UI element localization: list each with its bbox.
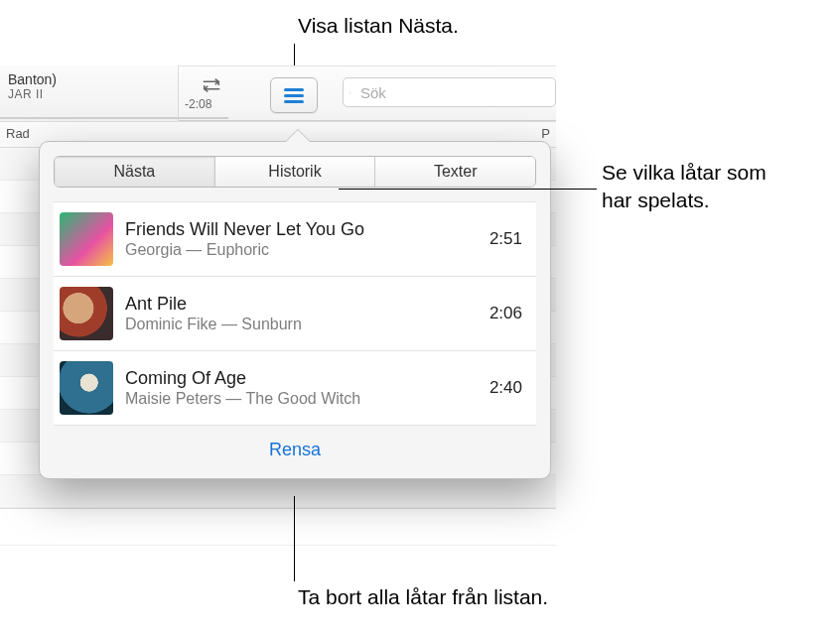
annotation-right: Se vilka låtar som har spelats. bbox=[602, 159, 767, 215]
list-row[interactable] bbox=[0, 475, 556, 508]
list-row[interactable] bbox=[0, 508, 556, 546]
chevron-down-icon bbox=[355, 87, 356, 97]
track-title: Coming Of Age bbox=[125, 367, 478, 390]
tab-history[interactable]: Historik bbox=[215, 157, 376, 187]
segmented-control: Nästa Historik Texter bbox=[54, 156, 536, 188]
track-duration: 2:51 bbox=[490, 229, 528, 249]
progress-bar[interactable] bbox=[0, 117, 228, 119]
track-meta: Friends Will Never Let You Go Georgia — … bbox=[125, 218, 478, 261]
annotation-right-line2: har spelats. bbox=[602, 187, 767, 214]
now-playing-title: Banton) bbox=[8, 71, 170, 87]
clear-row: Rensa bbox=[54, 426, 536, 460]
track-subtitle: Dominic Fike — Sunburn bbox=[125, 315, 478, 334]
tab-lyrics[interactable]: Texter bbox=[375, 157, 535, 187]
repeat-button[interactable] bbox=[195, 73, 228, 97]
up-next-popover: Nästa Historik Texter Friends Will Never… bbox=[39, 141, 551, 479]
svg-rect-0 bbox=[284, 88, 304, 91]
annotation-bottom: Ta bort alla låtar från listan. bbox=[298, 585, 548, 609]
col-header-left: Rad bbox=[6, 126, 30, 143]
time-remaining: -2:08 bbox=[185, 97, 211, 111]
album-art bbox=[60, 361, 113, 415]
svg-rect-2 bbox=[284, 100, 304, 103]
annotation-top: Visa listan Nästa. bbox=[298, 14, 459, 38]
track-subtitle: Maisie Peters — The Good Witch bbox=[125, 389, 478, 409]
now-playing-subtitle: JAR II bbox=[8, 87, 170, 101]
search-input[interactable] bbox=[360, 84, 549, 101]
annotation-bottom-leader bbox=[294, 496, 295, 581]
clear-button[interactable]: Rensa bbox=[269, 440, 321, 459]
search-field[interactable] bbox=[343, 77, 556, 107]
search-icon bbox=[350, 85, 351, 100]
tab-next[interactable]: Nästa bbox=[55, 157, 215, 187]
svg-rect-1 bbox=[284, 94, 304, 97]
track-title: Ant Pile bbox=[125, 293, 478, 316]
track-row[interactable]: Coming Of Age Maisie Peters — The Good W… bbox=[54, 351, 536, 426]
list-icon bbox=[282, 86, 306, 104]
album-art bbox=[60, 287, 113, 340]
track-row[interactable]: Friends Will Never Let You Go Georgia — … bbox=[54, 202, 536, 277]
annotation-right-leader bbox=[339, 189, 597, 190]
track-subtitle: Georgia — Euphoric bbox=[125, 240, 478, 260]
now-playing-display: Banton) JAR II bbox=[0, 65, 179, 121]
svg-point-3 bbox=[350, 91, 350, 92]
up-next-button[interactable] bbox=[270, 77, 318, 113]
album-art bbox=[60, 212, 113, 266]
annotation-right-line1: Se vilka låtar som bbox=[602, 159, 767, 187]
track-duration: 2:06 bbox=[490, 304, 528, 323]
track-title: Friends Will Never Let You Go bbox=[125, 218, 478, 241]
track-meta: Coming Of Age Maisie Peters — The Good W… bbox=[125, 367, 478, 410]
track-row[interactable]: Ant Pile Dominic Fike — Sunburn 2:06 bbox=[54, 277, 536, 351]
track-duration: 2:40 bbox=[490, 378, 528, 398]
repeat-icon bbox=[201, 76, 222, 94]
track-meta: Ant Pile Dominic Fike — Sunburn bbox=[125, 293, 478, 335]
up-next-track-list: Friends Will Never Let You Go Georgia — … bbox=[54, 201, 536, 426]
